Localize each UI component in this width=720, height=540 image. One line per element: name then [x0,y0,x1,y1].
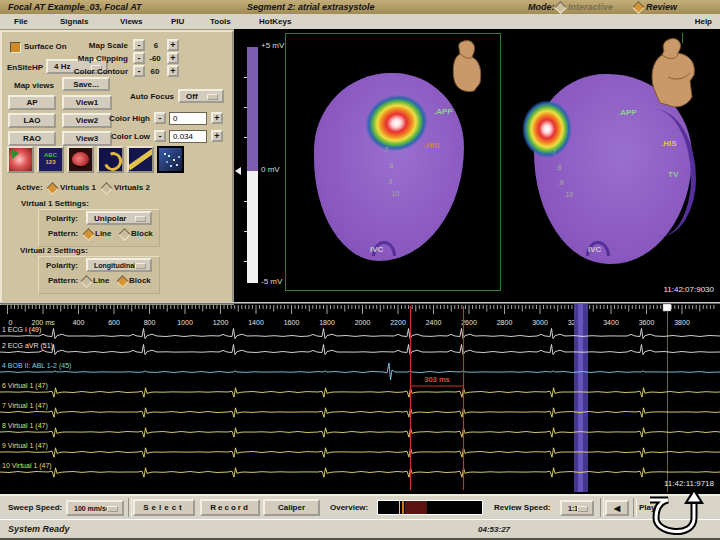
virtuals2-radio[interactable] [100,182,113,195]
map-scale-value: 6 [148,41,164,50]
map-clipping-plus-button[interactable]: + [167,52,179,64]
view-button-ap[interactable]: AP [8,95,56,110]
trace-label: 2 ECG aVR (51) [2,342,53,350]
map-contour-icon[interactable] [67,146,94,173]
mode-review-label[interactable]: Review [646,0,677,14]
map-clipping-label: Map Clipping [32,54,128,63]
menu-help[interactable]: Help [695,14,712,29]
menu-signals[interactable]: Signals [60,14,88,29]
plus-icon: + [170,40,175,50]
map-viewport[interactable]: +5 mV 0 mV -5 mV .APP .HIS IVC .APP .HIS… [234,29,720,304]
virtual2-pattern-label: Pattern: [48,276,78,285]
virtual2-settings-title: Virtual 2 Settings: [20,246,88,255]
ruler-label: 3800 [674,319,690,326]
auto-focus-dropdown[interactable]: Off [178,89,224,103]
review-speed-dropdown[interactable]: 1:10 [560,500,594,516]
color-low-plus-button[interactable]: + [211,130,223,142]
trace-waveform [0,468,720,477]
menu-piu[interactable]: PIU [171,14,184,29]
virtual-points-icon[interactable] [157,146,184,173]
save-views-button[interactable]: Save... [62,77,110,91]
caliper-button[interactable]: Caliper [263,499,320,516]
mode-label: Mode: [528,0,555,14]
color-high-plus-button[interactable]: + [211,112,223,124]
color-low-input[interactable]: 0.034 [169,130,207,143]
menu-hotkeys[interactable]: HotKeys [259,14,291,29]
caliper-label: Caliper [278,503,305,512]
menu-file[interactable]: File [14,14,28,29]
colorbar-tick [244,107,247,108]
select-label: Select [143,503,185,512]
color-low-minus-button[interactable]: - [154,130,166,142]
color-low-label: Color Low [102,132,150,141]
waveform-display[interactable]: 0200 ms400600800100012001400160018002000… [0,304,720,492]
colorbar-marker-icon[interactable] [235,167,241,175]
color-high-input[interactable]: 0 [169,112,207,125]
dropdown-bar-icon [135,216,146,222]
color-contour-plus-button[interactable]: + [167,65,179,77]
plus-icon: + [170,53,175,63]
menu-tools[interactable]: Tools [210,14,231,29]
time-cursor-handle[interactable] [663,304,671,311]
mode-review-radio[interactable] [632,1,645,14]
virtual2-polarity-label: Polarity: [46,261,78,270]
map-fill-icon[interactable] [7,146,34,173]
ruler-label: 1400 [248,319,264,326]
ruler-label: 3000 [532,319,548,326]
toolbar-divider [600,498,604,517]
virtual-point-label: .10 [564,191,573,198]
mode-interactive-radio[interactable] [554,1,567,14]
color-contour-minus-button[interactable]: - [133,65,145,77]
virtual2-polarity-dropdown[interactable]: Longitudinal [86,258,152,272]
catheter-tool-icon[interactable] [127,146,154,173]
auto-focus-value: Off [186,92,198,101]
color-high-minus-button[interactable]: - [154,112,166,124]
menu-views[interactable]: Views [120,14,143,29]
voltage-colorbar [247,47,258,171]
select-button[interactable]: Select [133,499,195,516]
ruler-label: 800 [144,319,156,326]
virtual1-pattern-block-label[interactable]: Block [131,229,153,238]
step-back-button[interactable]: ◀ [605,500,629,516]
view-button-rao[interactable]: RAO [8,131,56,146]
sweep-speed-dropdown[interactable]: 100 mm/sec [66,500,124,516]
record-button[interactable]: Record [200,499,260,516]
ruler-label: 600 [108,319,120,326]
trace-waveform [0,329,720,339]
overview-minimap[interactable] [377,500,483,515]
ruler-label: 2800 [497,319,513,326]
map-clipping-minus-button[interactable]: - [133,52,145,64]
activation-hotspot-right [522,100,572,158]
virtual2-pattern-block-label[interactable]: Block [129,276,151,285]
trace-label: 7 Virtual 1 (47) [2,402,48,410]
ruler-label: 3600 [639,319,655,326]
virtuals2-label[interactable]: Virtuals 2 [114,183,150,192]
ruler-label: 2200 [390,319,406,326]
torso-orientation-icon-left[interactable] [450,39,484,93]
labels-abc123-icon[interactable] [37,146,64,173]
trace-waveform [0,428,720,437]
virtuals1-label[interactable]: Virtuals 1 [60,183,96,192]
colorbar-tick [244,137,247,138]
overview-mark-icon [402,501,404,514]
virtuals1-radio[interactable] [46,182,59,195]
torso-orientation-icon-right[interactable] [646,37,700,109]
dropdown-bar-icon [107,506,118,512]
label-tv-right: TV [668,170,678,179]
surface-on-checkbox[interactable] [10,42,21,53]
record-label: Record [210,503,250,512]
crescent-tool-icon[interactable] [97,146,124,173]
virtual1-settings-title: Virtual 1 Settings: [21,199,89,208]
colorbar-tick [244,231,247,232]
virtual1-pattern-line-label[interactable]: Line [95,229,111,238]
view-button-lao[interactable]: LAO [8,113,56,128]
view-button-view1[interactable]: View1 [62,95,112,110]
map-scale-plus-button[interactable]: + [167,39,179,51]
map-views-label: Map views [14,81,54,90]
mode-interactive-label[interactable]: Interactive [568,0,613,14]
ruler-label: 1600 [284,319,300,326]
map-scale-minus-button[interactable]: - [133,39,145,51]
virtual2-pattern-line-label[interactable]: Line [93,276,109,285]
ruler-label: 400 [73,319,85,326]
virtual1-polarity-dropdown[interactable]: Unipolar [86,211,152,225]
